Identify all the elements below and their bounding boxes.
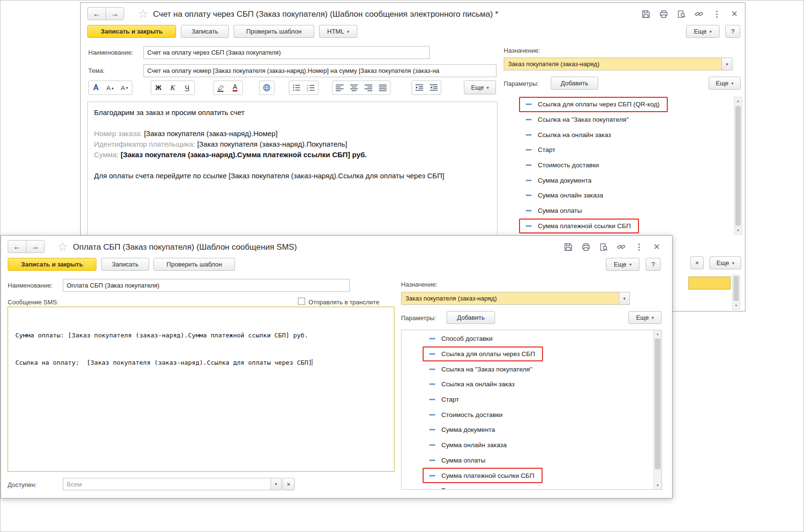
clear-button[interactable]: × xyxy=(283,478,295,490)
chevron-down-icon[interactable]: ▾ xyxy=(271,478,281,490)
sms-message-editor[interactable]: Сумма оплаты: [Заказ покупателя (заказ-н… xyxy=(8,307,394,472)
close-icon[interactable]: × xyxy=(652,242,662,252)
list-item-highlighted[interactable]: Ссылка для оплаты через СБП xyxy=(423,347,543,362)
indent-increase-button[interactable] xyxy=(412,81,426,94)
list-item[interactable]: Стоимость доставки xyxy=(429,407,662,422)
indent-decrease-button[interactable] xyxy=(426,81,441,94)
parameters-scrollbar[interactable]: ▲ ▼ xyxy=(653,330,662,489)
align-center-button[interactable] xyxy=(347,81,361,94)
bold-button[interactable]: Ж xyxy=(151,81,166,94)
list-item[interactable]: Сумма документа xyxy=(526,173,732,188)
favorite-star-icon[interactable]: ☆ xyxy=(138,7,148,20)
list-item[interactable]: Трек-номер xyxy=(429,483,662,490)
purpose-select[interactable]: Заказ покупателя (заказ-наряд) ▾ xyxy=(401,292,630,305)
add-parameter-button[interactable]: Добавить xyxy=(447,311,495,324)
list-item[interactable]: Ссылка на "Заказ покупателя" xyxy=(526,112,732,127)
list-item[interactable]: Старт xyxy=(429,392,662,407)
more-button[interactable]: Еще▾ xyxy=(686,25,720,38)
format-more-button[interactable]: Еще▾ xyxy=(464,81,496,94)
check-template-button[interactable]: Проверить шаблон xyxy=(234,25,314,38)
available-input[interactable] xyxy=(63,478,271,490)
help-button[interactable]: ? xyxy=(646,258,661,271)
align-left-button[interactable] xyxy=(332,81,347,94)
link-icon[interactable] xyxy=(616,242,626,252)
highlighted-field[interactable] xyxy=(688,277,731,289)
translit-checkbox[interactable] xyxy=(298,298,305,305)
list-item[interactable]: Стоимость доставки xyxy=(526,158,732,173)
highlight-color-button[interactable] xyxy=(213,81,228,94)
parameters-more-button[interactable]: Еще▾ xyxy=(628,311,662,324)
list-item[interactable]: Способ доставки xyxy=(429,331,662,347)
chevron-down-icon[interactable]: ▾ xyxy=(721,58,732,70)
name-input[interactable] xyxy=(143,46,430,59)
font-color-button[interactable]: А xyxy=(228,81,242,94)
scroll-thumb[interactable] xyxy=(735,106,741,226)
scroll-thumb[interactable] xyxy=(733,276,739,301)
list-item[interactable]: Ссылка на "Заказ покупателя" xyxy=(429,361,662,377)
more-button[interactable]: Еще▾ xyxy=(709,256,741,269)
chevron-down-icon: ▾ xyxy=(732,261,734,266)
clear-button[interactable]: × xyxy=(690,256,704,269)
favorite-star-icon[interactable]: ☆ xyxy=(57,240,68,253)
close-icon[interactable]: × xyxy=(730,9,739,19)
save-button[interactable]: Записать xyxy=(181,25,229,38)
more-menu-icon[interactable]: ⋮ xyxy=(634,242,644,252)
align-justify-button[interactable] xyxy=(376,81,390,94)
save-and-close-button[interactable]: Записать и закрыть xyxy=(8,258,96,271)
scroll-thumb[interactable] xyxy=(655,338,661,469)
list-item[interactable]: Сумма оплаты xyxy=(429,453,662,468)
print-icon[interactable] xyxy=(659,9,668,19)
list-item[interactable]: Старт xyxy=(526,142,732,158)
parameters-more-button[interactable]: Еще▾ xyxy=(709,77,741,90)
scroll-down-icon[interactable]: ▼ xyxy=(734,227,742,234)
forward-button[interactable]: → xyxy=(106,7,124,20)
link-icon[interactable] xyxy=(694,9,704,19)
scroll-up-icon[interactable]: ▲ xyxy=(654,330,662,338)
numbered-list-button[interactable]: 123 xyxy=(304,81,318,94)
preview-icon[interactable] xyxy=(599,242,608,252)
help-button[interactable]: ? xyxy=(725,25,740,38)
save-icon[interactable] xyxy=(641,9,650,19)
forward-button[interactable]: → xyxy=(26,240,45,253)
scrollbar[interactable]: ▼ xyxy=(732,275,740,310)
font-button[interactable]: А xyxy=(89,81,103,94)
back-button[interactable]: ← xyxy=(8,240,26,253)
list-item[interactable]: Сумма онлайн заказа xyxy=(429,438,662,453)
name-input[interactable] xyxy=(63,279,350,292)
insert-hyperlink-button[interactable] xyxy=(260,81,274,94)
list-item-highlighted[interactable]: Ссылка для оплаты через СБП (QR-код) xyxy=(519,97,668,112)
list-item[interactable]: Сумма оплаты xyxy=(526,203,732,219)
scroll-down-icon[interactable]: ▼ xyxy=(654,482,662,489)
more-menu-icon[interactable]: ⋮ xyxy=(712,9,721,19)
font-size-decrease-button[interactable]: А▼ xyxy=(118,81,132,94)
list-item-highlighted[interactable]: Сумма платежной ссылки СБП xyxy=(519,219,639,234)
font-size-increase-button[interactable]: А▲ xyxy=(103,81,118,94)
align-right-button[interactable] xyxy=(361,81,376,94)
bullet-list-button[interactable] xyxy=(289,81,304,94)
list-item[interactable]: Сумма онлайн заказа xyxy=(526,188,732,203)
list-item[interactable]: Ссылка на онлайн заказ xyxy=(526,127,732,142)
save-button[interactable]: Записать xyxy=(101,258,149,271)
underline-button[interactable]: Ч xyxy=(180,81,194,94)
check-template-button[interactable]: Проверить шаблон xyxy=(154,258,235,271)
add-parameter-button[interactable]: Добавить xyxy=(551,77,598,90)
purpose-select[interactable]: Заказ покупателя (заказ-наряд) ▾ xyxy=(504,58,733,70)
subject-input[interactable] xyxy=(143,64,497,77)
list-item[interactable]: Сумма документа xyxy=(429,422,662,438)
print-icon[interactable] xyxy=(581,242,591,252)
save-icon[interactable] xyxy=(563,242,573,252)
italic-button[interactable]: К xyxy=(166,81,180,94)
list-item-highlighted[interactable]: Сумма платежной ссылки СБП xyxy=(423,468,543,483)
window-icon-bar: ⋮ × xyxy=(563,242,662,252)
window-icon-bar: ⋮ × xyxy=(641,9,739,19)
parameters-scrollbar[interactable]: ▲ ▼ xyxy=(734,97,742,235)
more-button[interactable]: Еще▾ xyxy=(606,258,639,271)
html-mode-button[interactable]: HTML▾ xyxy=(319,25,357,38)
scroll-up-icon[interactable]: ▲ xyxy=(734,97,742,105)
save-and-close-button[interactable]: Записать и закрыть xyxy=(87,25,176,38)
chevron-down-icon[interactable]: ▾ xyxy=(619,292,629,304)
scroll-down-icon[interactable]: ▼ xyxy=(733,302,740,310)
list-item[interactable]: Ссылка на онлайн заказ xyxy=(429,377,662,392)
back-button[interactable]: ← xyxy=(87,7,106,20)
preview-icon[interactable] xyxy=(676,9,686,19)
